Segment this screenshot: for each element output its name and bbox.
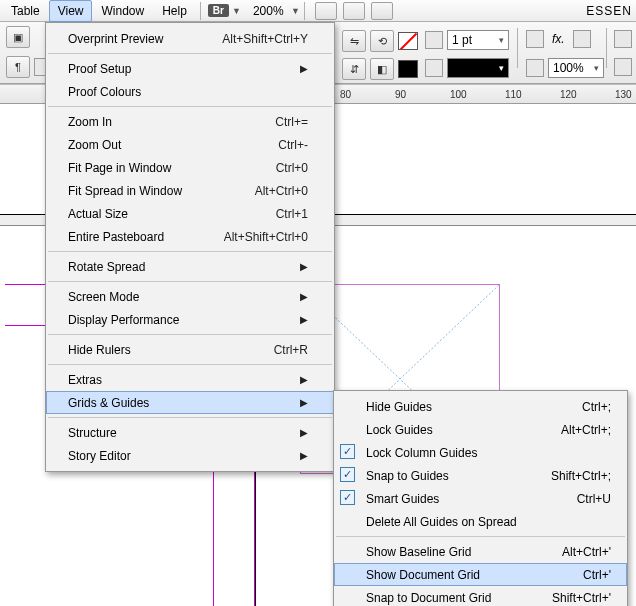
menu-separator [48, 281, 332, 282]
submenu-show-baseline-grid[interactable]: Show Baseline GridAlt+Ctrl+' [334, 540, 627, 563]
zoom-dropdown-icon[interactable]: ▼ [291, 6, 300, 16]
menu-separator [48, 106, 332, 107]
divider [606, 28, 607, 68]
effects-icon[interactable] [526, 30, 544, 48]
submenu-show-document-grid[interactable]: Show Document GridCtrl+' [334, 563, 627, 586]
flip-horizontal-icon[interactable]: ⇋ [342, 30, 366, 52]
menu-separator [48, 53, 332, 54]
menu-fit-page[interactable]: Fit Page in WindowCtrl+0 [46, 156, 334, 179]
menu-entire-pasteboard[interactable]: Entire PasteboardAlt+Shift+Ctrl+0 [46, 225, 334, 248]
menu-overprint-preview[interactable]: Overprint Preview Alt+Shift+Ctrl+Y [46, 27, 334, 50]
zoom-level[interactable]: 200% ▼ [253, 4, 300, 18]
opacity-field[interactable]: 100% ▾ [548, 58, 604, 78]
menu-window[interactable]: Window [92, 0, 153, 22]
submenu-arrow-icon: ▶ [300, 374, 308, 385]
ruler-label: 130 [615, 89, 632, 100]
menu-extras[interactable]: Extras▶ [46, 368, 334, 391]
ruler-label: 90 [395, 89, 406, 100]
menu-grids-guides[interactable]: Grids & Guides▶ [46, 391, 334, 414]
ruler-label: 110 [505, 89, 522, 100]
submenu-snap-to-guides[interactable]: ✓ Snap to GuidesShift+Ctrl+; [334, 464, 627, 487]
stroke-swatch[interactable] [398, 60, 418, 78]
divider [517, 28, 518, 68]
zoom-value: 200% [253, 4, 287, 18]
stroke-style-field[interactable]: ▾ [447, 58, 509, 78]
menu-proof-colours[interactable]: Proof Colours [46, 80, 334, 103]
bridge-dropdown-icon[interactable]: ▼ [232, 6, 241, 16]
menu-structure[interactable]: Structure▶ [46, 421, 334, 444]
view-menu-dropdown: Overprint Preview Alt+Shift+Ctrl+Y Proof… [45, 22, 335, 472]
ruler-label: 80 [340, 89, 351, 100]
submenu-arrow-icon: ▶ [300, 397, 308, 408]
menu-proof-setup[interactable]: Proof Setup▶ [46, 57, 334, 80]
opacity-icon [526, 59, 544, 77]
menu-help[interactable]: Help [153, 0, 196, 22]
menu-view[interactable]: View [49, 0, 93, 22]
view-options-button[interactable] [315, 2, 337, 20]
submenu-arrow-icon: ▶ [300, 291, 308, 302]
submenu-arrow-icon: ▶ [300, 261, 308, 272]
dropdown-icon[interactable]: ▾ [594, 63, 599, 73]
bridge-button[interactable]: Br [208, 4, 229, 17]
stroke-weight-value: 1 pt [452, 33, 472, 47]
selection-tool-icon[interactable]: ▣ [6, 26, 30, 48]
menu-separator [48, 334, 332, 335]
check-icon: ✓ [340, 444, 355, 459]
opacity-value: 100% [553, 61, 584, 75]
menu-separator [48, 364, 332, 365]
menu-rotate-spread[interactable]: Rotate Spread▶ [46, 255, 334, 278]
menu-hide-rulers[interactable]: Hide RulersCtrl+R [46, 338, 334, 361]
workspace-label: ESSEN [586, 4, 634, 18]
submenu-snap-to-document-grid[interactable]: Snap to Document GridShift+Ctrl+' [334, 586, 627, 606]
menu-actual-size[interactable]: Actual SizeCtrl+1 [46, 202, 334, 225]
separator [200, 2, 201, 20]
check-icon: ✓ [340, 490, 355, 505]
dropdown-icon[interactable]: ▾ [499, 63, 504, 73]
ruler-label: 100 [450, 89, 467, 100]
submenu-smart-guides[interactable]: ✓ Smart GuidesCtrl+U [334, 487, 627, 510]
menu-fit-spread[interactable]: Fit Spread in WindowAlt+Ctrl+0 [46, 179, 334, 202]
dropdown-icon[interactable]: ▾ [499, 35, 504, 45]
text-wrap-icon[interactable] [614, 58, 632, 76]
menu-table[interactable]: Table [2, 0, 49, 22]
submenu-arrow-icon: ▶ [300, 314, 308, 325]
menu-zoom-in[interactable]: Zoom InCtrl+= [46, 110, 334, 133]
submenu-delete-all-guides[interactable]: Delete All Guides on Spread [334, 510, 627, 533]
menu-screen-mode[interactable]: Screen Mode▶ [46, 285, 334, 308]
stroke-weight-field[interactable]: 1 pt ▾ [447, 30, 509, 50]
submenu-arrow-icon: ▶ [300, 427, 308, 438]
menu-story-editor[interactable]: Story Editor▶ [46, 444, 334, 467]
submenu-arrow-icon: ▶ [300, 63, 308, 74]
submenu-lock-column-guides[interactable]: ✓ Lock Column Guides [334, 441, 627, 464]
fill-none-swatch[interactable] [398, 32, 418, 50]
grids-guides-submenu: Hide GuidesCtrl+; Lock GuidesAlt+Ctrl+; … [333, 390, 628, 606]
separator [304, 2, 305, 20]
menu-bar: Table View Window Help Br ▼ 200% ▼ ESSEN [0, 0, 636, 22]
stroke-weight-icon [425, 31, 443, 49]
submenu-hide-guides[interactable]: Hide GuidesCtrl+; [334, 395, 627, 418]
menu-zoom-out[interactable]: Zoom OutCtrl+- [46, 133, 334, 156]
menu-separator [48, 251, 332, 252]
drop-shadow-icon[interactable] [573, 30, 591, 48]
screen-mode-button[interactable] [343, 2, 365, 20]
check-icon: ✓ [340, 467, 355, 482]
text-wrap-icon[interactable] [614, 30, 632, 48]
menu-separator [48, 417, 332, 418]
submenu-lock-guides[interactable]: Lock GuidesAlt+Ctrl+; [334, 418, 627, 441]
paragraph-tool-icon[interactable]: ¶ [6, 56, 30, 78]
ruler-label: 120 [560, 89, 577, 100]
arrange-button[interactable] [371, 2, 393, 20]
submenu-arrow-icon: ▶ [300, 450, 308, 461]
menu-separator [336, 536, 625, 537]
fx-label[interactable]: fx. [552, 32, 565, 46]
flip-vertical-icon[interactable]: ⇵ [342, 58, 366, 80]
rotate-icon[interactable]: ⟲ [370, 30, 394, 52]
select-container-icon[interactable]: ◧ [370, 58, 394, 80]
stroke-style-icon [425, 59, 443, 77]
menu-display-performance[interactable]: Display Performance▶ [46, 308, 334, 331]
